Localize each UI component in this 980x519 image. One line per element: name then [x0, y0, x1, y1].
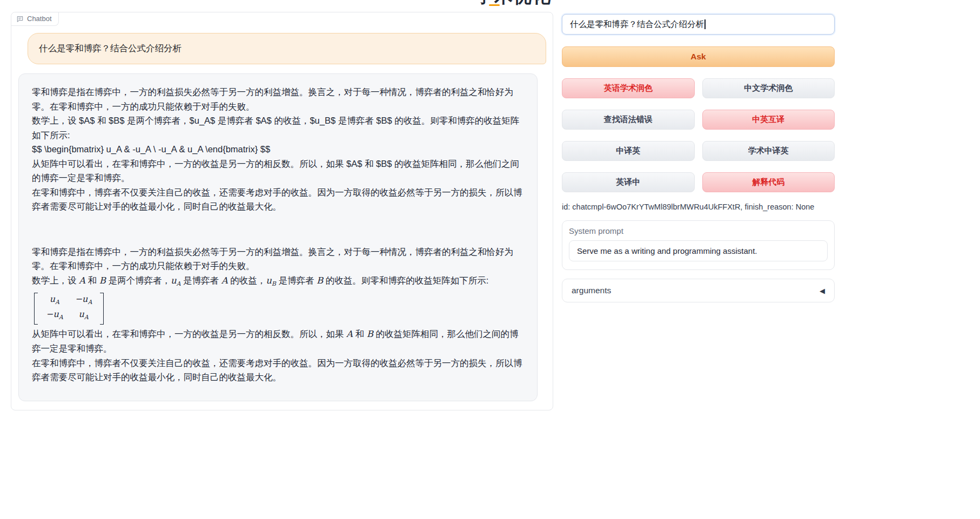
action-explain-code-button[interactable]: 解释代码 [702, 172, 835, 192]
system-prompt-label: System prompt [569, 226, 828, 235]
chat-bubble-icon [16, 15, 24, 23]
user-message-text: 什么是零和博弈？结合公式介绍分析 [39, 43, 182, 53]
bot-paragraph: 数学上，设 $A$ 和 $B$ 是两个博弈者，$u_A$ 是博弈者 $A$ 的收… [32, 113, 524, 142]
payoff-matrix: uA −uA −uA uA [34, 293, 104, 324]
question-input-value: 什么是零和博弈？结合公式介绍分析 [570, 19, 704, 30]
app-page: 学术优化 什么是零和博弈？结合公式介绍分析 零和博弈是指在博弈中，一方的利益损失… [0, 0, 980, 519]
page-title-text: 学术优化 [475, 0, 551, 6]
matrix-cell: −uA [40, 308, 69, 323]
control-column: 什么是零和博弈？结合公式介绍分析 Ask 英语学术润色 中文学术润色 查找语法错… [562, 14, 835, 302]
text-cursor [704, 19, 706, 29]
action-zh-to-en-button[interactable]: 中译英 [562, 141, 695, 161]
bot-raw-block: 零和博弈是指在博弈中，一方的利益损失必然等于另一方的利益增益。换言之，对于每一种… [32, 85, 524, 214]
matrix-cell: uA [69, 308, 98, 323]
action-zh-en-translate-button[interactable]: 中英互译 [702, 110, 835, 130]
chatbot-label: Chatbot [11, 12, 59, 26]
action-chinese-polish-button[interactable]: 中文学术润色 [702, 78, 835, 98]
chatbot-panel: 什么是零和博弈？结合公式介绍分析 零和博弈是指在博弈中，一方的利益损失必然等于另… [11, 12, 553, 410]
bot-rendered-block: 零和博弈是指在博弈中，一方的利益损失必然等于另一方的利益增益。换言之，对于每一种… [32, 245, 524, 385]
matrix-left-bracket [34, 293, 38, 324]
arguments-accordion-label: arguments [572, 286, 611, 295]
action-grammar-check-button[interactable]: 查找语法错误 [562, 110, 695, 130]
accordion-collapse-icon: ◀ [820, 287, 825, 295]
bot-paragraph: 零和博弈是指在博弈中，一方的利益损失必然等于另一方的利益增益。换言之，对于每一种… [32, 245, 524, 273]
response-status-line: id: chatcmpl-6wOo7KrYTwMl89lbrMWRu4UkFFX… [562, 201, 835, 212]
matrix-cell: uA [40, 293, 69, 308]
action-button-grid: 英语学术润色 中文学术润色 查找语法错误 中英互译 中译英 学术中译英 英译中 … [562, 78, 835, 192]
bot-latex-source: $$ \begin{bmatrix} u_A & -u_A \ -u_A & u… [32, 142, 524, 157]
matrix-cell: −uA [69, 293, 98, 308]
chatbot-label-text: Chatbot [27, 15, 52, 23]
bot-paragraph: 数学上，设 A 和 B 是两个博弈者，uA 是博弈者 A 的收益，uB 是博弈者… [32, 273, 524, 292]
bot-paragraph: 在零和博弈中，博弈者不仅要关注自己的收益，还需要考虑对手的收益。因为一方取得的收… [32, 356, 524, 385]
question-input[interactable]: 什么是零和博弈？结合公式介绍分析 [562, 14, 835, 35]
bot-message-bubble: 零和博弈是指在博弈中，一方的利益损失必然等于另一方的利益增益。换言之，对于每一种… [18, 73, 538, 401]
matrix-right-bracket [100, 293, 104, 324]
action-en-to-zh-button[interactable]: 英译中 [562, 172, 695, 192]
bot-paragraph: 在零和博弈中，博弈者不仅要关注自己的收益，还需要考虑对手的收益。因为一方取得的收… [32, 185, 524, 214]
bot-paragraph: 从矩阵中可以看出，在零和博弈中，一方的收益是另一方的相反数。所以，如果 A 和 … [32, 327, 524, 356]
bot-paragraph: 零和博弈是指在博弈中，一方的利益损失必然等于另一方的利益增益。换言之，对于每一种… [32, 85, 524, 113]
ask-button[interactable]: Ask [562, 46, 835, 67]
arguments-accordion-header[interactable]: arguments ◀ [562, 279, 835, 302]
user-message-bubble: 什么是零和博弈？结合公式介绍分析 [28, 33, 546, 64]
page-title: 学术优化 [475, 0, 637, 6]
bot-paragraph: 从矩阵中可以看出，在零和博弈中，一方的收益是另一方的相反数。所以，如果 $A$ … [32, 157, 524, 185]
action-academic-zh-to-en-button[interactable]: 学术中译英 [702, 141, 835, 161]
chatbot-scroll-area[interactable]: 什么是零和博弈？结合公式介绍分析 零和博弈是指在博弈中，一方的利益损失必然等于另… [11, 12, 553, 410]
system-prompt-input[interactable]: Serve me as a writing and programming as… [569, 240, 828, 261]
system-prompt-card: System prompt Serve me as a writing and … [562, 220, 835, 270]
title-accent [489, 4, 500, 6]
action-english-polish-button[interactable]: 英语学术润色 [562, 78, 695, 98]
